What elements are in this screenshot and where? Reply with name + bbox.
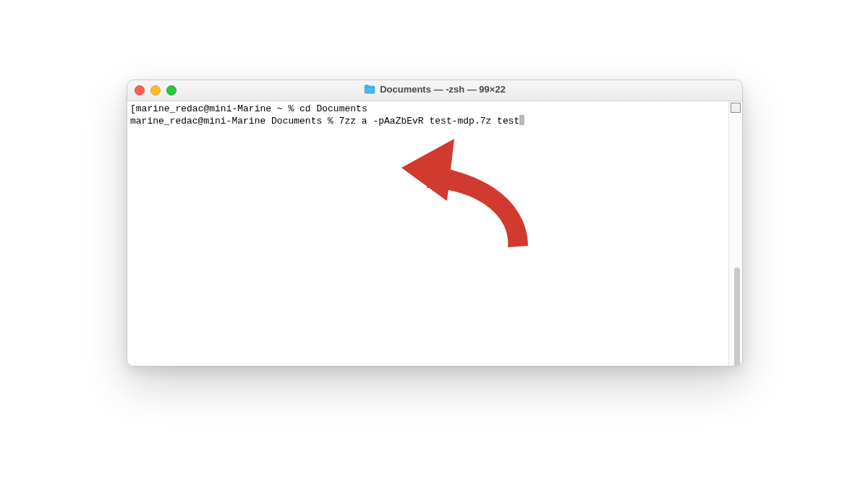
line1-bracket: [ — [130, 103, 136, 114]
folder-icon — [364, 85, 375, 94]
window-titlebar[interactable]: Documents — -zsh — 99×22 — [127, 80, 742, 101]
scrollbar-gutter — [728, 101, 742, 366]
line1-prompt: marine_redac@mini-Marine ~ % — [136, 103, 299, 114]
minimize-button[interactable] — [150, 85, 161, 95]
scrollbar-thumb[interactable] — [734, 267, 740, 367]
close-button[interactable] — [135, 85, 145, 95]
alt-screen-indicator-icon — [731, 103, 741, 113]
terminal-output[interactable]: [marine_redac@mini-Marine ~ % cd Documen… — [127, 101, 728, 366]
line2-command: 7zz a -pAaZbEvR test-mdp.7z test — [339, 116, 520, 127]
traffic-lights — [135, 85, 176, 95]
line2-prompt: marine_redac@mini-Marine Documents % — [130, 116, 339, 127]
zoom-button[interactable] — [166, 85, 176, 95]
line1-command: cd Documents — [299, 103, 367, 114]
terminal-window: Documents — -zsh — 99×22 [marine_redac@m… — [127, 80, 743, 367]
window-title: Documents — -zsh — 99×22 — [380, 84, 506, 95]
text-cursor — [519, 115, 524, 125]
